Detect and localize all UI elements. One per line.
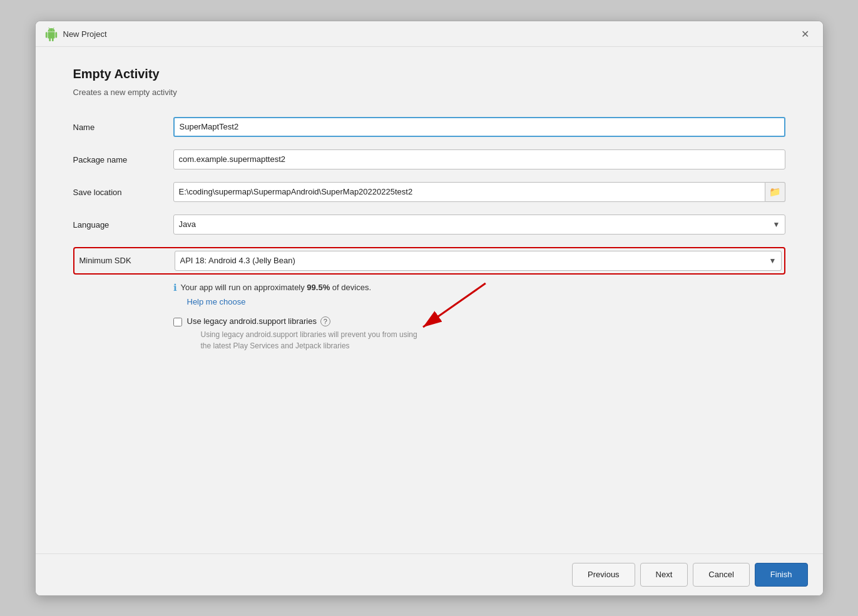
next-button[interactable]: Next — [640, 563, 688, 587]
section-desc: Creates a new empty activity — [73, 88, 785, 97]
package-row: Package name — [73, 149, 785, 169]
dialog-body: Empty Activity Creates a new empty activ… — [36, 47, 823, 553]
title-bar: New Project ✕ — [36, 21, 823, 47]
min-sdk-label: Minimum SDK — [74, 253, 175, 268]
legacy-libraries-row: Use legacy android.support libraries ? U… — [173, 316, 785, 351]
package-input[interactable] — [173, 149, 785, 169]
checkbox-desc-line1: Using legacy android.support libraries w… — [201, 329, 417, 340]
browse-folder-button[interactable]: 📁 — [765, 182, 785, 202]
save-location-wrap: 📁 — [173, 182, 785, 202]
folder-icon: 📁 — [769, 186, 781, 198]
coverage-percent: 99.5% — [307, 283, 330, 292]
language-select-wrap: Java Kotlin ▼ — [173, 215, 785, 235]
save-location-row: Save location 📁 — [73, 182, 785, 202]
checkbox-description: Using legacy android.support libraries w… — [201, 329, 417, 351]
previous-button[interactable]: Previous — [572, 563, 635, 587]
annotation-arrow — [36, 21, 823, 595]
min-sdk-select-wrap: API 18: Android 4.3 (Jelly Bean) API 21:… — [175, 251, 782, 271]
coverage-info-line: ℹ Your app will run on approximately 99.… — [173, 282, 785, 293]
coverage-prefix: Your app will run on approximately — [181, 283, 307, 292]
coverage-suffix: of devices. — [330, 283, 371, 292]
help-me-choose-link[interactable]: Help me choose — [187, 297, 785, 306]
save-location-input[interactable] — [173, 182, 765, 202]
device-coverage-row: ℹ Your app will run on approximately 99.… — [173, 282, 785, 306]
min-sdk-select[interactable]: API 18: Android 4.3 (Jelly Bean) API 21:… — [175, 251, 782, 271]
info-icon: ℹ — [173, 282, 177, 293]
dialog-footer: Previous Next Cancel Finish — [36, 553, 823, 595]
checkbox-label-wrap: Use legacy android.support libraries ? — [187, 316, 417, 326]
close-button[interactable]: ✕ — [797, 28, 813, 41]
checkbox-label-area: Use legacy android.support libraries ? U… — [187, 316, 417, 351]
finish-button[interactable]: Finish — [755, 563, 808, 587]
cancel-button[interactable]: Cancel — [693, 563, 749, 587]
section-title: Empty Activity — [73, 67, 785, 81]
name-row: Name — [73, 117, 785, 137]
coverage-text: Your app will run on approximately 99.5%… — [181, 283, 372, 292]
minimum-sdk-row: Minimum SDK API 18: Android 4.3 (Jelly B… — [73, 247, 785, 275]
new-project-dialog: New Project ✕ Empty Activity Creates a n… — [35, 21, 824, 596]
checkbox-label-text: Use legacy android.support libraries — [187, 316, 317, 326]
dialog-title: New Project — [63, 29, 797, 39]
package-label-text: Package name — [73, 155, 128, 164]
name-input[interactable] — [173, 117, 785, 137]
language-label-text: Language — [73, 220, 110, 230]
save-location-label-text: Save location — [73, 188, 122, 197]
language-row: Language Java Kotlin ▼ — [73, 215, 785, 235]
name-label: Name — [73, 121, 173, 132]
legacy-libraries-checkbox[interactable] — [173, 318, 182, 326]
package-label: Package name — [73, 154, 173, 164]
help-question-icon[interactable]: ? — [320, 316, 330, 326]
save-location-label: Save location — [73, 186, 173, 197]
language-label: Language — [73, 219, 173, 230]
language-select[interactable]: Java Kotlin — [173, 215, 785, 235]
android-icon — [44, 28, 58, 41]
checkbox-desc-line2: the latest Play Services and Jetpack lib… — [201, 340, 417, 351]
name-label-text: Name — [73, 123, 95, 132]
